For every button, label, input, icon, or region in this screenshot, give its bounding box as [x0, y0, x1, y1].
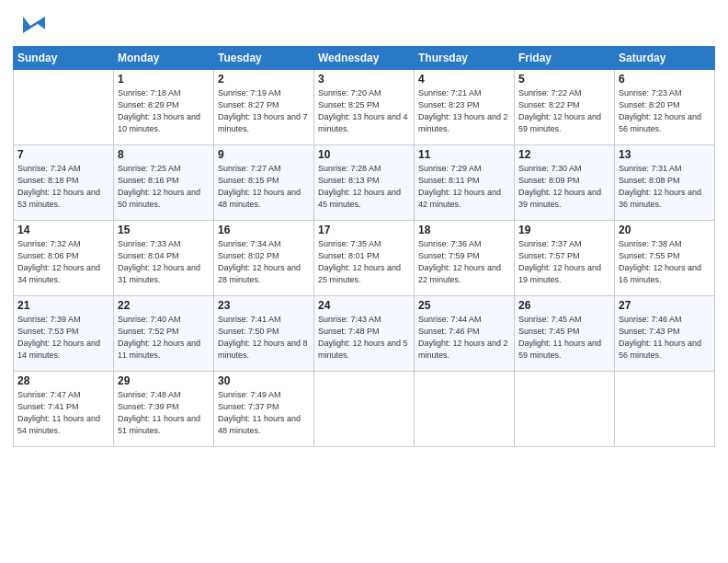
day-number: 9: [218, 148, 310, 161]
daylight-text: Daylight: 11 hours and 48 minutes.: [218, 413, 310, 437]
day-number: 28: [17, 374, 109, 387]
day-info: Sunrise: 7:48 AMSunset: 7:39 PMDaylight:…: [118, 389, 210, 437]
day-info: Sunrise: 7:49 AMSunset: 7:37 PMDaylight:…: [218, 389, 310, 437]
day-number: 1: [118, 73, 210, 86]
calendar-cell: 6Sunrise: 7:23 AMSunset: 8:20 PMDaylight…: [615, 70, 715, 145]
sunrise-text: Sunrise: 7:27 AM: [218, 163, 310, 175]
sunrise-text: Sunrise: 7:22 AM: [518, 87, 610, 99]
sunrise-text: Sunrise: 7:48 AM: [118, 389, 210, 401]
col-header-tuesday: Tuesday: [214, 47, 314, 70]
day-info: Sunrise: 7:20 AMSunset: 8:25 PMDaylight:…: [318, 87, 410, 135]
calendar-cell: 17Sunrise: 7:35 AMSunset: 8:01 PMDayligh…: [314, 221, 415, 296]
sunset-text: Sunset: 8:16 PM: [118, 175, 210, 187]
sunset-text: Sunset: 8:20 PM: [619, 99, 711, 111]
sunset-text: Sunset: 7:57 PM: [518, 250, 610, 262]
daylight-text: Daylight: 13 hours and 7 minutes.: [218, 111, 310, 135]
day-info: Sunrise: 7:27 AMSunset: 8:15 PMDaylight:…: [218, 163, 310, 211]
calendar-week-5: 28Sunrise: 7:47 AMSunset: 7:41 PMDayligh…: [14, 372, 715, 447]
sunset-text: Sunset: 8:15 PM: [218, 175, 310, 187]
calendar-week-3: 14Sunrise: 7:32 AMSunset: 8:06 PMDayligh…: [14, 221, 715, 296]
calendar-cell: 14Sunrise: 7:32 AMSunset: 8:06 PMDayligh…: [14, 221, 114, 296]
day-info: Sunrise: 7:28 AMSunset: 8:13 PMDaylight:…: [318, 163, 410, 211]
day-number: 13: [619, 148, 711, 161]
day-number: 10: [318, 148, 410, 161]
day-number: 20: [619, 224, 711, 236]
sunrise-text: Sunrise: 7:30 AM: [518, 163, 610, 175]
daylight-text: Daylight: 12 hours and 53 minutes.: [17, 187, 109, 211]
sunrise-text: Sunrise: 7:46 AM: [619, 314, 711, 326]
day-number: 25: [418, 299, 510, 312]
day-info: Sunrise: 7:18 AMSunset: 8:29 PMDaylight:…: [118, 87, 210, 135]
col-header-sunday: Sunday: [14, 47, 114, 70]
day-number: 7: [17, 148, 109, 161]
sunset-text: Sunset: 8:18 PM: [17, 175, 109, 187]
day-number: 26: [518, 299, 610, 312]
calendar-cell: 26Sunrise: 7:45 AMSunset: 7:45 PMDayligh…: [515, 296, 615, 372]
day-number: 17: [318, 224, 410, 236]
day-number: 30: [218, 374, 310, 387]
sunset-text: Sunset: 8:06 PM: [17, 250, 109, 262]
day-number: 18: [418, 224, 510, 236]
daylight-text: Daylight: 12 hours and 8 minutes.: [218, 338, 310, 362]
sunrise-text: Sunrise: 7:31 AM: [619, 163, 711, 175]
sunrise-text: Sunrise: 7:34 AM: [218, 238, 310, 250]
day-number: 27: [619, 299, 711, 312]
day-number: 4: [418, 73, 510, 86]
day-info: Sunrise: 7:40 AMSunset: 7:52 PMDaylight:…: [118, 314, 210, 362]
calendar-cell: [615, 372, 715, 447]
sunrise-text: Sunrise: 7:47 AM: [17, 389, 109, 401]
daylight-text: Daylight: 12 hours and 11 minutes.: [118, 338, 210, 362]
calendar-week-4: 21Sunrise: 7:39 AMSunset: 7:53 PMDayligh…: [14, 296, 715, 372]
sunset-text: Sunset: 8:29 PM: [118, 99, 210, 111]
sunset-text: Sunset: 7:43 PM: [619, 326, 711, 338]
calendar-cell: 20Sunrise: 7:38 AMSunset: 7:55 PMDayligh…: [615, 221, 715, 296]
sunset-text: Sunset: 7:46 PM: [418, 326, 510, 338]
day-info: Sunrise: 7:36 AMSunset: 7:59 PMDaylight:…: [418, 238, 510, 286]
sunset-text: Sunset: 8:23 PM: [418, 99, 510, 111]
day-info: Sunrise: 7:35 AMSunset: 8:01 PMDaylight:…: [318, 238, 410, 286]
day-number: 24: [318, 299, 410, 312]
sunrise-text: Sunrise: 7:21 AM: [418, 87, 510, 99]
day-number: 23: [218, 299, 310, 312]
sunrise-text: Sunrise: 7:20 AM: [318, 87, 410, 99]
daylight-text: Daylight: 11 hours and 51 minutes.: [118, 413, 210, 437]
sunset-text: Sunset: 8:02 PM: [218, 250, 310, 262]
daylight-text: Daylight: 12 hours and 14 minutes.: [17, 338, 109, 362]
daylight-text: Daylight: 11 hours and 56 minutes.: [619, 338, 711, 362]
logo: [13, 13, 45, 39]
day-info: Sunrise: 7:34 AMSunset: 8:02 PMDaylight:…: [218, 238, 310, 286]
day-info: Sunrise: 7:39 AMSunset: 7:53 PMDaylight:…: [17, 314, 109, 362]
daylight-text: Daylight: 12 hours and 34 minutes.: [17, 262, 109, 286]
calendar-cell: 8Sunrise: 7:25 AMSunset: 8:16 PMDaylight…: [114, 145, 214, 221]
day-info: Sunrise: 7:30 AMSunset: 8:09 PMDaylight:…: [518, 163, 610, 211]
day-info: Sunrise: 7:45 AMSunset: 7:45 PMDaylight:…: [518, 314, 610, 362]
day-info: Sunrise: 7:43 AMSunset: 7:48 PMDaylight:…: [318, 314, 410, 362]
calendar-cell: 29Sunrise: 7:48 AMSunset: 7:39 PMDayligh…: [114, 372, 214, 447]
svg-marker-0: [23, 17, 45, 33]
sunset-text: Sunset: 7:55 PM: [619, 250, 711, 262]
day-number: 15: [118, 224, 210, 236]
daylight-text: Daylight: 12 hours and 5 minutes.: [318, 338, 410, 362]
sunset-text: Sunset: 7:50 PM: [218, 326, 310, 338]
sunrise-text: Sunrise: 7:44 AM: [418, 314, 510, 326]
day-number: 29: [118, 374, 210, 387]
sunrise-text: Sunrise: 7:38 AM: [619, 238, 711, 250]
daylight-text: Daylight: 12 hours and 25 minutes.: [318, 262, 410, 286]
day-info: Sunrise: 7:23 AMSunset: 8:20 PMDaylight:…: [619, 87, 711, 135]
calendar-cell: 15Sunrise: 7:33 AMSunset: 8:04 PMDayligh…: [114, 221, 214, 296]
day-number: 8: [118, 148, 210, 161]
calendar-cell: 28Sunrise: 7:47 AMSunset: 7:41 PMDayligh…: [14, 372, 114, 447]
calendar-cell: 7Sunrise: 7:24 AMSunset: 8:18 PMDaylight…: [14, 145, 114, 221]
daylight-text: Daylight: 12 hours and 59 minutes.: [518, 111, 610, 135]
daylight-text: Daylight: 12 hours and 48 minutes.: [218, 187, 310, 211]
calendar-table: SundayMondayTuesdayWednesdayThursdayFrid…: [13, 46, 715, 447]
day-info: Sunrise: 7:46 AMSunset: 7:43 PMDaylight:…: [619, 314, 711, 362]
day-info: Sunrise: 7:24 AMSunset: 8:18 PMDaylight:…: [17, 163, 109, 211]
day-info: Sunrise: 7:33 AMSunset: 8:04 PMDaylight:…: [118, 238, 210, 286]
day-number: 12: [518, 148, 610, 161]
sunset-text: Sunset: 8:27 PM: [218, 99, 310, 111]
sunrise-text: Sunrise: 7:32 AM: [17, 238, 109, 250]
daylight-text: Daylight: 12 hours and 22 minutes.: [418, 262, 510, 286]
sunset-text: Sunset: 8:09 PM: [518, 175, 610, 187]
day-info: Sunrise: 7:38 AMSunset: 7:55 PMDaylight:…: [619, 238, 711, 286]
